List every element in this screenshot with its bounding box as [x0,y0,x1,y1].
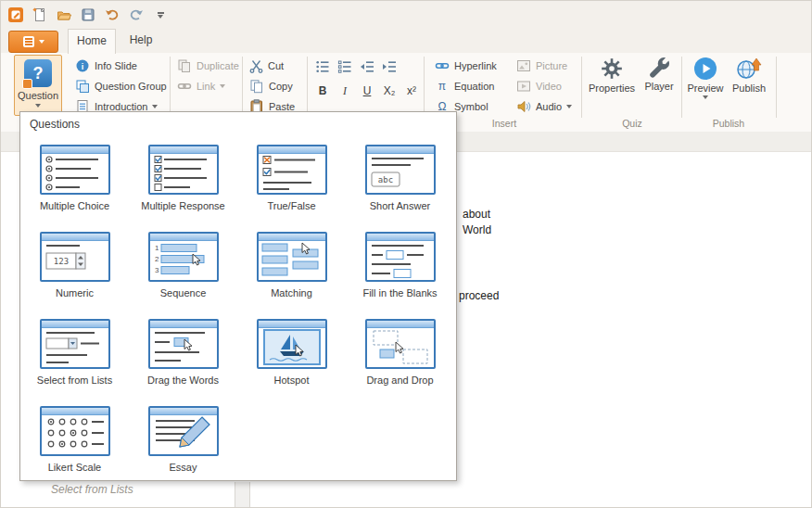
question-type-matching[interactable]: Matching [237,232,346,319]
info-slide-button[interactable]: i Info Slide [75,57,137,75]
copy-button[interactable]: Copy [249,77,293,95]
question-button-label: Question [18,90,58,101]
link-icon [177,79,192,94]
likert-scale-icon [40,406,110,456]
svg-text:2: 2 [155,255,159,263]
group-separator [242,57,243,118]
equation-icon: π [435,79,450,94]
slide-titlebar-icon [150,321,217,328]
app-menu-button[interactable] [8,31,58,53]
drag-the-words-icon [148,319,219,369]
question-type-drag-and-drop[interactable]: Drag and Drop [346,319,454,406]
group-separator [424,57,425,118]
question-group-button[interactable]: Question Group [75,77,167,95]
group-separator [170,57,171,118]
quiz-group-label: Quiz [587,118,678,129]
app-icon [6,6,25,24]
copy-icon [249,79,264,94]
tab-home[interactable]: Home [68,29,116,54]
numbered-list-icon [337,59,352,74]
cut-button[interactable]: Cut [249,57,284,75]
quizmaker-window: Home Help ? Question i Info Slide Questi… [0,0,812,508]
properties-button[interactable]: Properties [587,57,637,94]
svg-text:π: π [438,80,446,93]
group-separator [581,57,582,118]
slide-titlebar-icon [259,146,325,154]
open-button[interactable] [55,6,73,24]
slide-titlebar-icon [259,321,325,328]
chevron-down-icon [39,40,44,44]
slide-titlebar-icon [367,321,434,328]
video-button[interactable]: Video [516,77,562,95]
tab-help[interactable]: Help [120,29,162,52]
question-type-multiple-choice[interactable]: Multiple Choice [20,145,129,232]
underline-button[interactable]: U [359,83,375,99]
decrease-indent-button[interactable] [359,58,375,75]
slide-titlebar-icon [42,321,108,328]
preview-button[interactable]: Preview [685,57,726,99]
bullet-list-button[interactable] [314,58,331,75]
redo-button[interactable] [127,6,146,24]
new-document-button[interactable] [31,6,49,24]
question-type-fill-in-the-blanks[interactable]: Fill in the Blanks [346,232,454,319]
increase-indent-button[interactable] [381,58,398,75]
wrench-icon [648,57,670,79]
video-icon [516,79,531,94]
svg-text:i: i [82,62,84,71]
save-button[interactable] [79,6,97,24]
publish-button[interactable]: Publish [728,57,770,94]
fill-in-the-blanks-icon [365,232,436,282]
question-types-grid: Multiple Choice Multiple Response [20,145,456,493]
multiple-choice-icon [40,145,110,195]
picture-button[interactable]: Picture [516,57,567,75]
chevron-down-icon [158,15,163,19]
hyperlink-icon [435,58,450,73]
true-false-icon [257,145,327,195]
question-type-essay[interactable]: Essay [129,406,237,493]
question-type-hotspot[interactable]: Hotspot [237,319,346,406]
question-type-numeric[interactable]: 123 Numeric [20,232,129,319]
question-icon: ? [24,59,52,87]
question-type-multiple-response[interactable]: Multiple Response [129,145,237,232]
equation-button[interactable]: π Equation [435,77,494,95]
multiple-response-icon [148,145,219,195]
slide-titlebar-icon [367,146,434,154]
hyperlink-button[interactable]: Hyperlink [435,57,497,75]
slide-titlebar-icon [150,408,217,415]
select-from-lists-icon [40,319,110,369]
chevron-down-icon [152,105,158,108]
superscript-button[interactable]: x² [403,83,420,99]
numbered-list-button[interactable] [336,58,353,75]
player-button[interactable]: Player [641,57,678,92]
publish-group-label: Publish [685,118,772,129]
question-type-likert-scale[interactable]: Likert Scale [20,406,129,493]
slide-titlebar-icon [367,234,434,241]
info-icon: i [75,58,90,73]
scissors-icon [249,59,263,73]
italic-button[interactable]: I [336,83,353,99]
quick-access-menu-button[interactable] [151,6,170,24]
question-type-true-false[interactable]: True/False [237,145,346,232]
group-separator [776,57,777,118]
duplicate-button[interactable]: Duplicate [177,57,239,75]
svg-text:123: 123 [53,257,68,266]
subscript-button[interactable]: X₂ [381,83,398,99]
bold-button[interactable]: B [314,83,331,99]
question-button[interactable]: ? Question [14,55,62,116]
question-type-short-answer[interactable]: abc Short Answer [346,145,454,232]
increase-indent-icon [382,59,397,74]
title-bar [1,1,811,29]
question-type-sequence[interactable]: 1 2 3 Sequence [129,232,237,319]
undo-button[interactable] [103,6,121,24]
question-type-drag-the-words[interactable]: Drag the Words [129,319,237,406]
ribbon-tab-row: Home Help [1,29,811,54]
question-type-select-from-lists[interactable]: Select from Lists [20,319,129,406]
link-button[interactable]: Link [177,77,225,95]
slide-titlebar-icon [42,146,108,154]
picture-icon [516,58,531,73]
audio-button[interactable]: Audio [516,97,572,116]
speaker-icon [516,99,531,114]
chevron-down-icon [703,95,708,99]
svg-text:3: 3 [155,266,159,274]
globe-icon [736,57,762,81]
